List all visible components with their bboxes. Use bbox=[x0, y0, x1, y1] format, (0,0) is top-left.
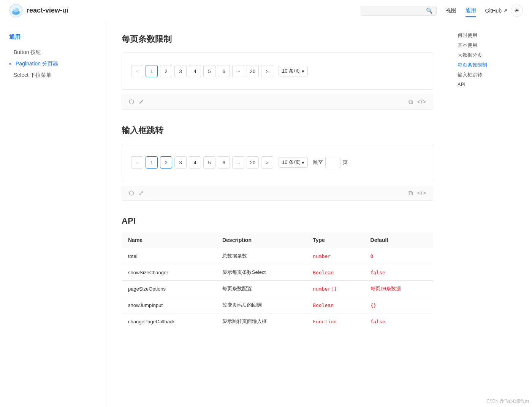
api-table: Name Description Type Default total 总数据条… bbox=[122, 232, 433, 330]
col-name: Name bbox=[122, 232, 216, 248]
theme-toggle-button[interactable]: ☀ bbox=[511, 5, 523, 17]
page-size-label-1: 10 条/页 bbox=[282, 68, 300, 75]
demo-footer-2: ⬡ ⤢ ⧉ </> bbox=[122, 186, 433, 201]
right-nav-item-jumpinput[interactable]: 输入框跳转 bbox=[454, 70, 503, 80]
next-btn-1[interactable]: > bbox=[261, 65, 273, 77]
page-btn-2-3[interactable]: 3 bbox=[174, 156, 187, 169]
prev-btn-2[interactable]: < bbox=[131, 156, 143, 169]
table-row: changePageCallback 显示跳转页面输入框 Function fa… bbox=[122, 313, 433, 330]
prev-btn-1[interactable]: < bbox=[131, 65, 143, 77]
demo-footer-1: ⬡ ⤢ ⧉ </> bbox=[122, 94, 433, 110]
row-type: Boolean bbox=[307, 297, 364, 313]
row-desc: 总数据条数 bbox=[216, 248, 307, 264]
row-name: showJumpInput bbox=[122, 297, 216, 313]
sidebar-section-title: 通用 bbox=[0, 30, 106, 44]
copy-icon-2[interactable]: ⧉ bbox=[408, 189, 413, 197]
table-row: total 总数据条数 number 0 bbox=[122, 248, 433, 264]
chevron-down-icon-2: ▾ bbox=[302, 160, 304, 165]
search-input[interactable] bbox=[365, 8, 426, 13]
table-row: showJumpInput 改变页码后的回调 Boolean {} bbox=[122, 297, 433, 313]
row-default: 0 bbox=[364, 248, 433, 264]
logo-area: react-view-ui bbox=[9, 4, 68, 17]
external-link-icon-2[interactable]: ⤢ bbox=[138, 189, 144, 197]
sidebar-item-button[interactable]: Button 按钮 bbox=[0, 47, 106, 58]
section-api: API Name Description Type Default total … bbox=[122, 216, 433, 330]
sidebar: 通用 Button 按钮 Pagination 分页器 Select 下拉菜单 bbox=[0, 21, 106, 407]
section-page-size: 每页条数限制 < 1 2 3 4 5 6 ··· 20 > 10 条/页 ▾ bbox=[122, 33, 433, 110]
copy-icon-1[interactable]: ⧉ bbox=[408, 98, 413, 106]
api-table-body: total 总数据条数 number 0 showSizeChanger 显示每… bbox=[122, 248, 433, 330]
sidebar-item-select[interactable]: Select 下拉菜单 bbox=[0, 70, 106, 81]
nav-item-general[interactable]: 通用 bbox=[466, 4, 476, 17]
row-default: 每页10条数据 bbox=[364, 281, 433, 297]
page-size-label-2: 10 条/页 bbox=[282, 159, 300, 166]
row-type: number[] bbox=[307, 281, 364, 297]
page-btn-2-5[interactable]: 5 bbox=[203, 156, 215, 169]
api-title: API bbox=[122, 216, 433, 226]
right-nav-item-pagesize[interactable]: 每页条数限制 bbox=[454, 60, 503, 70]
row-name: showSizeChanger bbox=[122, 264, 216, 281]
search-bar[interactable]: 🔍 bbox=[361, 6, 437, 16]
page-btn-1-20[interactable]: 20 bbox=[247, 65, 259, 77]
row-desc: 每页条数配置 bbox=[216, 281, 307, 297]
row-default: false bbox=[364, 313, 433, 330]
right-nav-item-basic[interactable]: 基本使用 bbox=[454, 40, 503, 50]
page-btn-2-20[interactable]: 20 bbox=[247, 156, 259, 169]
section-jump-input: 输入框跳转 < 1 2 3 4 5 6 ··· 20 > 10 条/页 ▾ bbox=[122, 125, 433, 201]
main-layout: 通用 Button 按钮 Pagination 分页器 Select 下拉菜单 … bbox=[0, 21, 532, 407]
row-type: Boolean bbox=[307, 264, 364, 281]
pagination-2: < 1 2 3 4 5 6 ··· 20 > 10 条/页 ▾ 跳至 bbox=[131, 156, 424, 169]
page-btn-1-4[interactable]: 4 bbox=[189, 65, 201, 77]
page-btn-2-ellipsis[interactable]: ··· bbox=[232, 156, 244, 169]
code-icon-1[interactable]: </> bbox=[416, 98, 427, 106]
cube-icon-1[interactable]: ⬡ bbox=[128, 97, 135, 106]
page-btn-2-1[interactable]: 1 bbox=[146, 156, 158, 169]
api-table-header-row: Name Description Type Default bbox=[122, 232, 433, 248]
nav-item-view[interactable]: 视图 bbox=[446, 4, 456, 17]
nav-item-github[interactable]: GitHub ↗ bbox=[485, 5, 508, 17]
search-icon: 🔍 bbox=[426, 8, 432, 14]
page-btn-1-5[interactable]: 5 bbox=[203, 65, 215, 77]
section1-title: 每页条数限制 bbox=[122, 33, 433, 45]
page-btn-2-4[interactable]: 4 bbox=[189, 156, 201, 169]
page-btn-1-2[interactable]: 2 bbox=[160, 65, 172, 77]
api-table-head: Name Description Type Default bbox=[122, 232, 433, 248]
jump-label: 跳至 bbox=[313, 159, 323, 166]
right-nav-item-when[interactable]: 何时使用 bbox=[454, 30, 503, 40]
demo-box-1: < 1 2 3 4 5 6 ··· 20 > 10 条/页 ▾ bbox=[122, 52, 433, 90]
external-link-icon-1[interactable]: ⤢ bbox=[138, 97, 144, 106]
row-type: Function bbox=[307, 313, 364, 330]
next-btn-2[interactable]: > bbox=[261, 156, 273, 169]
logo-icon bbox=[9, 4, 23, 17]
cube-icon-2[interactable]: ⬡ bbox=[128, 189, 135, 197]
row-default: false bbox=[364, 264, 433, 281]
jump-input[interactable] bbox=[325, 157, 340, 168]
row-name: total bbox=[122, 248, 216, 264]
table-row: showSizeChanger 显示每页条数Select Boolean fal… bbox=[122, 264, 433, 281]
right-nav-item-api[interactable]: API bbox=[454, 80, 503, 89]
page-btn-2-6[interactable]: 6 bbox=[218, 156, 230, 169]
demo-footer-left-1: ⬡ ⤢ bbox=[128, 97, 144, 106]
page-btn-1-1[interactable]: 1 bbox=[146, 65, 158, 77]
chevron-down-icon-1: ▾ bbox=[302, 68, 304, 74]
col-default: Default bbox=[364, 232, 433, 248]
demo-footer-right-1: ⧉ </> bbox=[408, 98, 427, 106]
right-nav-item-bigdata[interactable]: 大数据分页 bbox=[454, 50, 503, 60]
row-type: number bbox=[307, 248, 364, 264]
row-name: changePageCallback bbox=[122, 313, 216, 330]
code-icon-2[interactable]: </> bbox=[416, 189, 427, 197]
jump-area: 跳至 页 bbox=[313, 157, 348, 168]
page-size-select-1[interactable]: 10 条/页 ▾ bbox=[279, 66, 308, 76]
demo-footer-right-2: ⧉ </> bbox=[408, 189, 427, 197]
page-size-select-2[interactable]: 10 条/页 ▾ bbox=[279, 157, 308, 168]
page-btn-2-2[interactable]: 2 bbox=[160, 156, 172, 169]
row-default: {} bbox=[364, 297, 433, 313]
svg-point-3 bbox=[13, 8, 16, 10]
page-btn-1-6[interactable]: 6 bbox=[218, 65, 230, 77]
col-type: Type bbox=[307, 232, 364, 248]
page-btn-1-3[interactable]: 3 bbox=[174, 65, 187, 77]
sidebar-item-pagination[interactable]: Pagination 分页器 bbox=[0, 58, 106, 70]
main-content: 每页条数限制 < 1 2 3 4 5 6 ··· 20 > 10 条/页 ▾ bbox=[106, 21, 448, 407]
row-desc: 显示每页条数Select bbox=[216, 264, 307, 281]
page-btn-1-ellipsis[interactable]: ··· bbox=[232, 65, 244, 77]
